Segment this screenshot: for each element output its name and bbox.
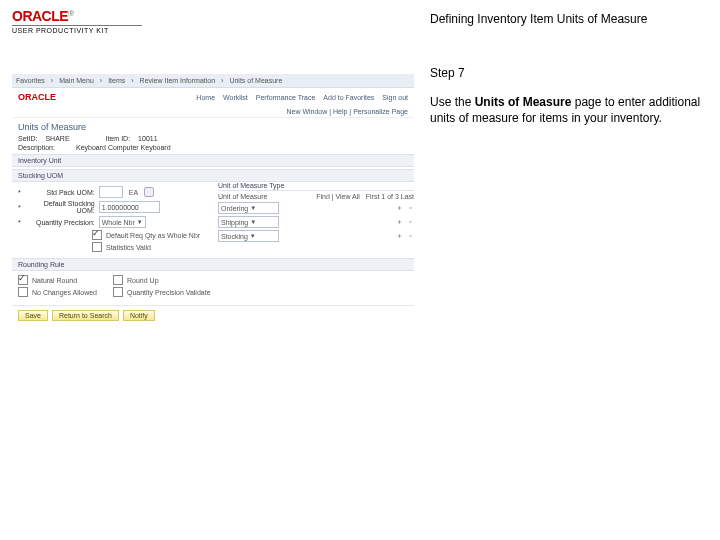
natural-round-checkbox[interactable] [18,275,28,285]
breadcrumb-tabs: Favorites › Main Menu › Items › Review I… [12,74,414,88]
link-worklist[interactable]: Worklist [223,94,248,101]
pager[interactable]: First 1 of 3 Last [366,193,414,200]
uom-type-header: Unit of Measure Type [218,182,284,189]
page-tools[interactable]: New Window | Help | Personalize Page [12,106,414,118]
def-stock-label: Default Stocking UOM: [25,200,95,214]
default-req-qty-checkbox[interactable] [92,230,102,240]
tab-units-of-measure[interactable]: Units of Measure [229,77,282,84]
page-title: Units of Measure [12,118,414,134]
save-button[interactable]: Save [18,310,48,321]
trademark-symbol: ® [68,9,74,18]
uom-row-3[interactable]: Stocking▼ [218,230,279,242]
inventory-unit-header: Inventory Unit [12,154,414,167]
round-up-checkbox[interactable] [113,275,123,285]
no-changes-label: No Changes Allowed [32,289,97,296]
oracle-upk-logo: ORACLE® USER PRODUCTIVITY KIT [12,8,414,34]
itemid-value: 10011 [138,135,157,142]
no-changes-checkbox[interactable] [18,287,28,297]
stocking-uom-header: Stocking UOM [12,169,414,182]
add-row-icon[interactable]: ＋ [396,203,403,213]
tab-items[interactable]: Items [108,77,125,84]
link-signout[interactable]: Sign out [382,94,408,101]
rounding-rule-header: Rounding Rule [12,258,414,271]
itemid-label: Item ID: [106,135,131,142]
link-add-fav[interactable]: Add to Favorites [323,94,374,101]
qty-prec-label: Quantity Precision: [25,219,95,226]
link-perf-trace[interactable]: Performance Trace [256,94,316,101]
qty-prec-validate-label: Quantity Precision Validate [127,289,211,296]
statistics-valid-checkbox[interactable] [92,242,102,252]
notify-button[interactable]: Notify [123,310,155,321]
setid-label: SetID: [18,135,37,142]
tab-review-item[interactable]: Review Item Information [140,77,215,84]
step-instruction: Use the Units of Measure page to enter a… [430,94,708,126]
std-pack-value: EA [129,189,138,196]
del-row-icon[interactable]: － [407,203,414,213]
step-number: Step 7 [430,66,708,80]
desc-label: Description: [18,144,68,151]
qty-prec-select[interactable]: Whole Nbr▼ [99,216,146,228]
chevron-down-icon: ▼ [137,219,143,225]
embedded-app-screenshot: Favorites › Main Menu › Items › Review I… [12,74,414,325]
lookup-icon[interactable] [144,187,154,197]
def-stock-input[interactable]: 1.00000000 [99,201,160,213]
link-home[interactable]: Home [196,94,215,101]
upk-subtitle: USER PRODUCTIVITY KIT [12,25,142,34]
find-link[interactable]: Find | View All [316,193,360,200]
return-search-button[interactable]: Return to Search [52,310,119,321]
round-up-label: Round Up [127,277,159,284]
tutorial-title: Defining Inventory Item Units of Measure [430,12,708,26]
setid-value: SHARE [45,135,69,142]
desc-value: Keyboard Computer Keyboard [76,144,171,151]
std-pack-input[interactable] [99,186,123,198]
statistics-valid-label: Statistics Valid [106,244,151,251]
qty-prec-validate-checkbox[interactable] [113,287,123,297]
default-req-qty-label: Default Req Qty as Whole Nbr [106,232,200,239]
natural-round-label: Natural Round [32,277,77,284]
uom-row-1[interactable]: Ordering▼ [218,202,279,214]
tab-favorites[interactable]: Favorites [16,77,45,84]
app-brand: ORACLE [18,92,56,102]
tab-main-menu[interactable]: Main Menu [59,77,94,84]
std-pack-label: Std Pack UOM: [25,189,95,196]
uom-column-label: Unit of Measure [218,193,267,200]
uom-row-2[interactable]: Shipping▼ [218,216,279,228]
oracle-wordmark: ORACLE [12,8,68,24]
